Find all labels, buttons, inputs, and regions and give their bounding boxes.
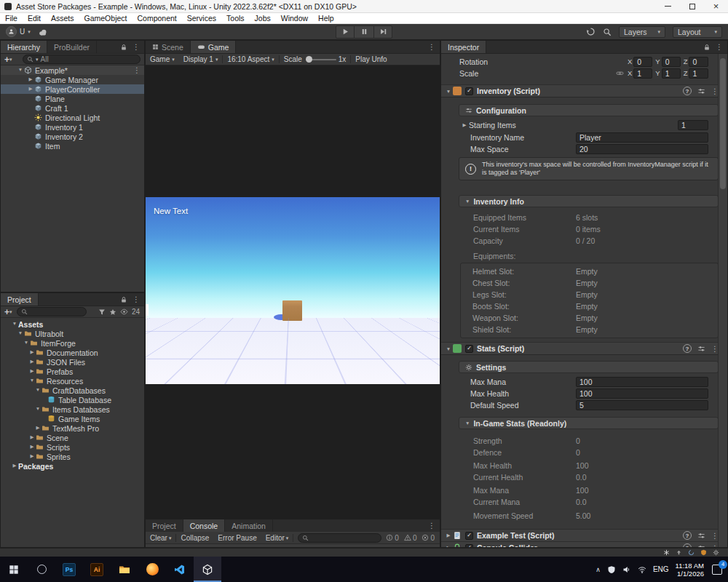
taskbar-clock[interactable]: 11:18 AM 1/1/2026 <box>676 562 704 578</box>
favorites-icon[interactable] <box>109 308 116 316</box>
error-count-badge[interactable]: 0 <box>422 534 435 542</box>
tab-scene[interactable]: Scene <box>146 41 191 53</box>
component-enabled-checkbox[interactable]: ✓ <box>465 87 473 95</box>
component-enabled-checkbox[interactable]: ✓ <box>465 345 473 353</box>
volume-icon[interactable] <box>622 565 631 574</box>
expand-arrow-icon[interactable]: ▼ <box>11 322 18 327</box>
tab-probuilder[interactable]: ProBuilder <box>47 41 97 53</box>
play-button[interactable] <box>336 25 355 39</box>
cloud-button[interactable] <box>38 27 48 37</box>
hierarchy-item-craft-1[interactable]: Craft 1 <box>1 103 144 113</box>
search-button[interactable] <box>603 28 612 36</box>
hidden-items-eye-icon[interactable] <box>120 308 128 316</box>
tab-project-bottom[interactable]: Project <box>146 519 183 532</box>
aspect-ratio-dropdown[interactable]: 16:10 Aspect ▾ <box>223 55 278 63</box>
hierarchy-item-inventory-1[interactable]: Inventory 1 <box>1 122 144 132</box>
hierarchy-scene-row[interactable]: ▼ Example* ⋮ <box>1 65 144 75</box>
panel-menu-icon[interactable]: ⋮ <box>132 43 140 51</box>
security-shield-icon[interactable] <box>607 565 616 574</box>
network-icon[interactable] <box>638 565 646 574</box>
expand-arrow-icon[interactable]: ▶ <box>27 77 34 82</box>
taskbar-photoshop[interactable]: Ps <box>55 557 83 582</box>
rotation-x-field[interactable]: 0 <box>633 57 652 67</box>
starting-items-field[interactable]: 1 <box>678 120 708 130</box>
rotation-z-field[interactable]: 0 <box>689 57 708 67</box>
expand-arrow-icon[interactable]: ▶ <box>11 463 18 469</box>
taskbar-firefox[interactable] <box>138 557 166 582</box>
project-item-craftdatabases[interactable]: ▼ CraftDatabases <box>1 386 144 395</box>
max-space-field[interactable]: 20 <box>576 144 708 154</box>
progress-spinner-icon[interactable] <box>688 549 695 556</box>
hierarchy-item-item[interactable]: Item <box>1 141 144 151</box>
lock-icon[interactable] <box>120 44 127 51</box>
minimize-button[interactable] <box>656 0 680 12</box>
link-scale-icon[interactable] <box>616 69 624 77</box>
scrollbar-thumb[interactable] <box>720 58 726 189</box>
layers-dropdown[interactable]: Layers ▾ <box>619 26 665 38</box>
start-button[interactable] <box>0 557 28 582</box>
project-item-scene[interactable]: ▶ Scene <box>1 433 144 442</box>
tab-game[interactable]: Game <box>191 41 237 53</box>
inspector-scrollbar[interactable] <box>718 54 727 547</box>
menu-services[interactable]: Services <box>182 14 221 23</box>
menu-window[interactable]: Window <box>276 14 313 23</box>
max-mana-field[interactable]: 100 <box>576 377 708 387</box>
tab-animation[interactable]: Animation <box>225 519 273 532</box>
tab-console[interactable]: Console <box>183 519 226 532</box>
menu-component[interactable]: Component <box>132 14 181 23</box>
project-item-table-database[interactable]: Table Database <box>1 395 144 404</box>
tab-inspector[interactable]: Inspector <box>441 41 486 53</box>
project-item-assets[interactable]: ▼ Assets <box>1 319 144 329</box>
panel-menu-icon[interactable]: ⋮ <box>428 43 435 51</box>
gear-icon[interactable] <box>713 549 719 556</box>
project-item-documentation[interactable]: ▶ Documentation <box>1 348 144 357</box>
info-count-badge[interactable]: 0 <box>386 534 399 542</box>
hierarchy-item-plane[interactable]: Plane <box>1 94 144 103</box>
expand-arrow-icon[interactable]: ▶ <box>28 454 36 459</box>
layout-dropdown[interactable]: Layout ▾ <box>673 26 722 38</box>
console-collapse-toggle[interactable]: Collapse <box>176 534 213 542</box>
hierarchy-item-game-manager[interactable]: ▶ Game Manager <box>1 75 144 84</box>
component-enabled-checkbox[interactable]: ✓ <box>465 532 473 540</box>
console-editor-dropdown[interactable]: Editor ▾ <box>261 534 293 542</box>
taskbar-illustrator[interactable]: Ai <box>83 557 111 582</box>
expand-arrow-icon[interactable]: ▶ <box>34 426 41 431</box>
menu-assets[interactable]: Assets <box>46 14 79 23</box>
expand-arrow-icon[interactable]: ▼ <box>444 89 453 94</box>
component-header-stats[interactable]: ▼ ✓ Stats (Script) ? ⋮ <box>441 342 727 355</box>
scale-x-field[interactable]: 1 <box>633 68 652 79</box>
taskbar-file-explorer[interactable] <box>111 557 138 582</box>
menu-help[interactable]: Help <box>313 14 339 23</box>
project-item-prefabs[interactable]: ▶ Prefabs <box>1 367 144 376</box>
expand-arrow-icon[interactable]: ▼ <box>28 378 36 383</box>
configuration-section-header[interactable]: Configuration <box>459 104 719 116</box>
console-error-pause-toggle[interactable]: Error Pause <box>213 534 261 542</box>
expand-arrow-icon[interactable]: ▶ <box>460 122 469 128</box>
menu-gameobject[interactable]: GameObject <box>79 14 132 23</box>
settings-section-header[interactable]: Settings <box>459 361 719 373</box>
help-icon[interactable]: ? <box>683 531 692 540</box>
help-icon[interactable]: ? <box>683 87 692 95</box>
scene-menu-icon[interactable]: ⋮ <box>133 66 141 74</box>
project-search-input[interactable] <box>17 307 87 316</box>
menu-file[interactable]: File <box>0 14 23 23</box>
component-enabled-checkbox[interactable]: ✓ <box>465 544 473 548</box>
scale-z-field[interactable]: 1 <box>689 68 708 79</box>
menu-jobs[interactable]: Jobs <box>250 14 276 23</box>
taskbar-search-button[interactable] <box>28 557 55 582</box>
scale-slider-knob[interactable] <box>306 56 312 63</box>
project-item-sprites[interactable]: ▶ Sprites <box>1 452 144 461</box>
expand-arrow-icon[interactable]: ▼ <box>444 346 453 351</box>
inventory-info-section-header[interactable]: ▼ Inventory Info <box>459 195 719 207</box>
hierarchy-item-inventory-2[interactable]: Inventory 2 <box>1 132 144 141</box>
expand-arrow-icon[interactable]: ▼ <box>34 407 41 412</box>
panel-menu-icon[interactable]: ⋮ <box>716 43 723 51</box>
console-clear-button[interactable]: Clear ▾ <box>146 534 175 542</box>
console-log-area[interactable] <box>146 544 440 547</box>
tab-project[interactable]: Project <box>1 293 39 306</box>
menu-edit[interactable]: Edit <box>23 14 46 23</box>
project-item-game-items[interactable]: Game Items <box>1 414 144 423</box>
game-viewport[interactable]: New Text <box>146 65 440 518</box>
notification-center-button[interactable]: 4 <box>712 565 722 575</box>
close-button[interactable]: × <box>704 0 728 12</box>
